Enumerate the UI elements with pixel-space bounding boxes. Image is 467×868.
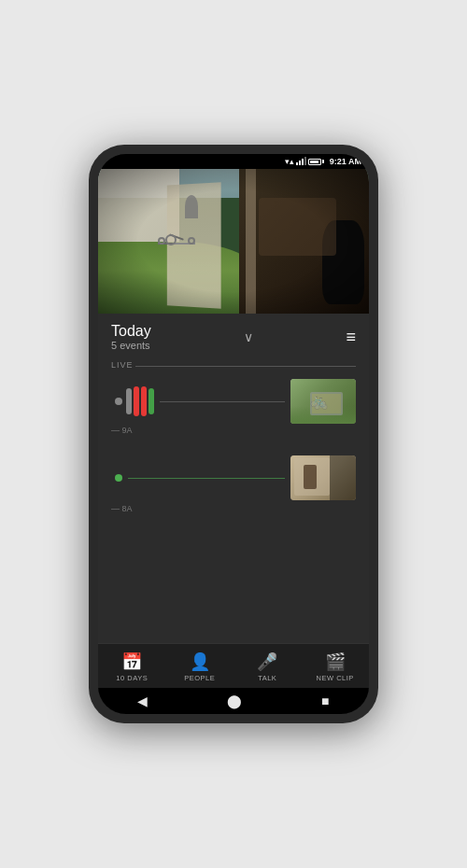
event-bars-1	[126, 386, 154, 416]
android-nav-bar: ◀ ⬤ ■	[98, 688, 369, 714]
tab-10days-label: 10 DAYS	[116, 674, 148, 682]
tab-people[interactable]: 👤 PEOPLE	[166, 651, 234, 682]
wifi-icon: ▾▴	[285, 157, 294, 166]
live-label: LIVE	[111, 360, 134, 370]
status-bar: ▾▴ 9:21 AM	[98, 154, 369, 169]
event-dot-2	[115, 474, 122, 482]
event-line-1	[160, 401, 285, 402]
live-timeline-line	[135, 366, 356, 367]
event-line-2	[128, 478, 285, 479]
tab-newclip[interactable]: 🎬 NEW CLIP	[302, 651, 370, 682]
today-label: Today	[111, 323, 151, 340]
timeline-area: LIVE	[98, 355, 369, 643]
phone-frame: ▾▴ 9:21 AM	[89, 145, 378, 723]
microphone-icon: 🎤	[257, 651, 277, 672]
event-thumbnail-2[interactable]	[290, 455, 356, 500]
main-content: Today 5 events ∨ ≡ LIVE	[98, 314, 369, 714]
camera-person	[185, 195, 199, 218]
status-icons: ▾▴ 9:21 AM	[285, 157, 361, 166]
menu-icon[interactable]: ≡	[346, 328, 356, 347]
phone-screen: ▾▴ 9:21 AM	[98, 154, 369, 714]
header-left: Today 5 events	[111, 323, 151, 351]
thumb2-image	[290, 455, 356, 500]
thumb1-image: 🚲	[290, 379, 356, 424]
tab-talk-label: TALK	[258, 674, 276, 682]
timeline-header: Today 5 events ∨ ≡	[98, 314, 369, 355]
event-dot-1	[115, 398, 122, 405]
events-count: 5 events	[111, 340, 151, 351]
camera-porch-area	[239, 169, 369, 314]
tab-newclip-label: NEW CLIP	[317, 674, 354, 682]
event-group-1[interactable]: 🚲	[98, 379, 369, 424]
chevron-down-icon[interactable]: ∨	[244, 329, 253, 344]
camera-view[interactable]	[98, 169, 369, 314]
tab-people-label: PEOPLE	[184, 674, 215, 682]
status-time: 9:21 AM	[330, 157, 361, 166]
signal-icon	[296, 158, 306, 165]
recents-button[interactable]: ■	[321, 693, 329, 708]
tab-10days[interactable]: 📅 10 DAYS	[98, 651, 166, 682]
event-thumbnail-1[interactable]: 🚲	[290, 379, 356, 424]
tab-talk[interactable]: 🎤 TALK	[234, 651, 302, 682]
back-button[interactable]: ◀	[137, 693, 148, 708]
time-label-8a: — 8A	[111, 504, 133, 513]
calendar-icon: 📅	[121, 651, 142, 672]
tab-bar: 📅 10 DAYS 👤 PEOPLE 🎤 TALK 🎬 NEW CLIP	[98, 643, 369, 688]
home-button[interactable]: ⬤	[227, 693, 242, 708]
clip-icon: 🎬	[325, 651, 346, 672]
event-group-2[interactable]	[98, 455, 369, 500]
battery-icon	[308, 159, 324, 165]
time-label-9a: — 9A	[111, 426, 133, 435]
people-icon: 👤	[190, 651, 210, 672]
camera-bike	[158, 234, 196, 252]
